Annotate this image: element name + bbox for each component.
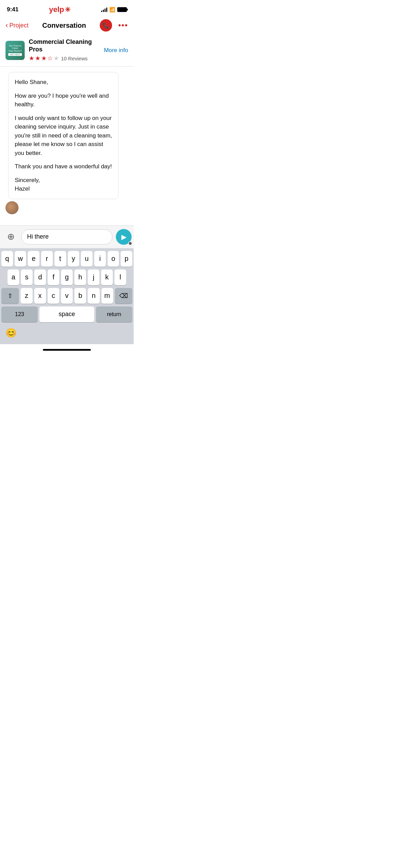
- page-title: Conversation: [42, 22, 86, 29]
- numbers-key[interactable]: 123: [1, 306, 38, 322]
- stars: ★ ★ ★ ☆ ★: [29, 55, 59, 62]
- status-center: yelp ✳: [49, 5, 71, 14]
- attach-button[interactable]: ⊕: [4, 230, 18, 244]
- home-indicator: [43, 349, 91, 351]
- keyboard-row-2: a s d f g h j k l: [1, 269, 132, 285]
- key-x[interactable]: x: [34, 288, 46, 304]
- key-s[interactable]: s: [21, 269, 33, 285]
- message-area: Hello Shane, How are you? I hope you're …: [0, 67, 134, 225]
- send-btn-ring: [128, 241, 132, 245]
- star-4-half: ☆: [47, 55, 53, 62]
- business-rating: ★ ★ ★ ☆ ★ 10 Reviews: [29, 55, 101, 62]
- business-name: Commercial Cleaning Pros: [29, 38, 92, 53]
- key-k[interactable]: k: [101, 269, 113, 285]
- business-header: Too Tired to CleanYour Room? GET HELP Co…: [0, 35, 134, 67]
- send-icon: ▶: [121, 233, 126, 241]
- keyboard-row-3: ⇧ z x c v b n m ⌫: [1, 288, 132, 304]
- yelp-logo: yelp ✳: [49, 5, 71, 14]
- business-logo: Too Tired to CleanYour Room? GET HELP: [5, 41, 25, 60]
- key-c[interactable]: c: [48, 288, 59, 304]
- star-3: ★: [41, 55, 47, 62]
- avatar-wrapper: Hello Shane, How are you? I hope you're …: [5, 72, 128, 199]
- star-1: ★: [29, 55, 34, 62]
- key-l[interactable]: l: [114, 269, 126, 285]
- phone-icon: 📞: [102, 22, 109, 29]
- wifi-icon: 📶: [109, 7, 115, 12]
- key-u[interactable]: u: [81, 251, 93, 267]
- message-paragraph2: I would only want to follow up on your c…: [15, 114, 112, 158]
- message-input[interactable]: [21, 229, 112, 244]
- send-button[interactable]: ▶: [116, 229, 132, 245]
- message-paragraph1: How are you? I hope you're well and heal…: [15, 92, 112, 109]
- star-2: ★: [35, 55, 40, 62]
- key-i[interactable]: i: [94, 251, 106, 267]
- key-f[interactable]: f: [48, 269, 59, 285]
- avatar-inner: [5, 201, 19, 214]
- back-label: Project: [9, 22, 28, 29]
- key-v[interactable]: v: [61, 288, 73, 304]
- key-w[interactable]: w: [15, 251, 26, 267]
- message-greeting: Hello Shane,: [15, 78, 112, 87]
- key-t[interactable]: t: [54, 251, 66, 267]
- signal-icon: [101, 7, 107, 12]
- space-key[interactable]: space: [39, 306, 94, 322]
- status-time: 9:41: [7, 6, 19, 13]
- business-logo-placeholder: Too Tired to CleanYour Room? GET HELP: [5, 42, 25, 59]
- yelp-burst: ✳: [65, 5, 71, 14]
- key-z[interactable]: z: [21, 288, 32, 304]
- message-text: Hello Shane, How are you? I hope you're …: [15, 78, 112, 193]
- keyboard-row-1: q w e r t y u i o p: [1, 251, 132, 267]
- status-bar: 9:41 yelp ✳ 📶: [0, 0, 134, 17]
- key-b[interactable]: b: [74, 288, 86, 304]
- key-j[interactable]: j: [88, 269, 99, 285]
- key-y[interactable]: y: [68, 251, 80, 267]
- message-paragraph3: Thank you and have a wonderful day!: [15, 162, 112, 171]
- key-g[interactable]: g: [61, 269, 73, 285]
- key-d[interactable]: d: [34, 269, 46, 285]
- nav-actions: 📞 •••: [100, 19, 128, 32]
- keyboard-row-4: 123 space return: [1, 306, 132, 322]
- input-area: ⊕ ▶: [0, 225, 134, 248]
- key-h[interactable]: h: [74, 269, 86, 285]
- attach-icon: ⊕: [7, 231, 15, 242]
- key-o[interactable]: o: [108, 251, 119, 267]
- business-info: Commercial Cleaning Pros ★ ★ ★ ☆ ★ 10 Re…: [29, 38, 101, 62]
- reviews-count: 10 Reviews: [61, 56, 88, 61]
- keyboard-bottom: 😊: [1, 325, 132, 343]
- key-q[interactable]: q: [1, 251, 13, 267]
- key-e[interactable]: e: [28, 251, 39, 267]
- key-r[interactable]: r: [41, 251, 53, 267]
- key-p[interactable]: p: [121, 251, 132, 267]
- message-wrapper: Hello Shane, How are you? I hope you're …: [5, 72, 128, 214]
- key-n[interactable]: n: [88, 288, 99, 304]
- shift-key[interactable]: ⇧: [1, 288, 19, 304]
- key-a[interactable]: a: [8, 269, 19, 285]
- back-chevron-icon: ‹: [5, 22, 8, 29]
- message-bubble: Hello Shane, How are you? I hope you're …: [8, 72, 119, 199]
- call-button[interactable]: 📞: [100, 19, 112, 32]
- more-options-button[interactable]: •••: [118, 21, 128, 30]
- key-m[interactable]: m: [101, 288, 113, 304]
- avatar: [5, 201, 19, 214]
- nav-bar: ‹ Project Conversation 📞 •••: [0, 17, 134, 35]
- avatar-row: [5, 201, 19, 214]
- home-bar: [0, 344, 134, 356]
- more-info-button[interactable]: More info: [104, 47, 128, 54]
- battery-icon: [117, 7, 127, 12]
- emoji-button[interactable]: 😊: [4, 326, 18, 340]
- status-right: 📶: [101, 7, 127, 12]
- back-button[interactable]: ‹ Project: [5, 22, 28, 29]
- delete-key[interactable]: ⌫: [115, 288, 132, 304]
- keyboard: q w e r t y u i o p a s d f g h j k l ⇧ …: [0, 248, 134, 344]
- message-closing: Sincerely,Hazel: [15, 176, 112, 193]
- return-key[interactable]: return: [96, 306, 132, 322]
- star-5: ★: [53, 55, 59, 62]
